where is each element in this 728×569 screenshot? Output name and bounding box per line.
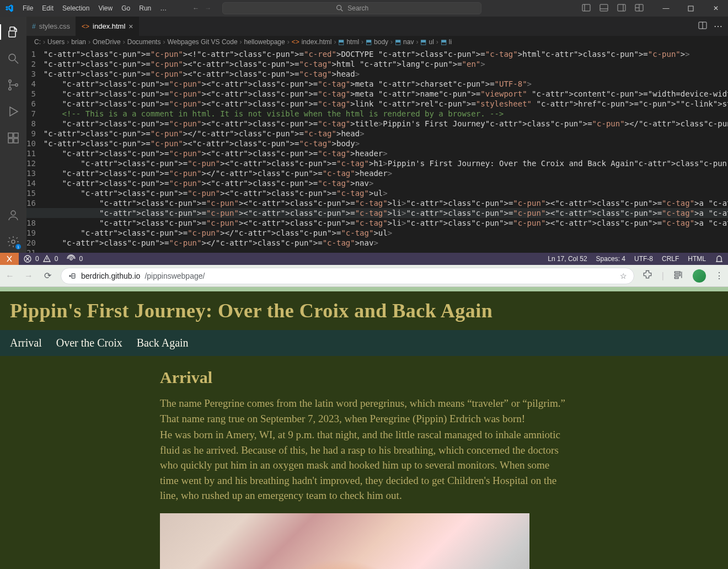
split-editor-icon[interactable] <box>698 21 707 32</box>
tab-styles-css[interactable]: # styles.css <box>26 17 76 36</box>
breadcrumb[interactable]: C:› Users› brian› OneDrive› Documents› W… <box>26 36 728 48</box>
remote-indicator-icon[interactable] <box>0 253 19 265</box>
browser-back-icon[interactable]: ← <box>4 271 15 281</box>
breadcrumb-seg[interactable]: body <box>374 38 388 46</box>
language-mode[interactable]: HTML <box>683 255 710 263</box>
encoding-status[interactable]: UTF-8 <box>630 255 657 263</box>
settings-gear-icon[interactable]: 1 <box>0 231 26 253</box>
breadcrumb-seg[interactable]: C: <box>34 38 41 46</box>
nav-link-over-the-croix[interactable]: Over the Croix <box>56 337 122 349</box>
layout-controls <box>582 3 644 14</box>
body-paragraph: He was born in Amery, WI, at 9 p.m. that… <box>160 427 568 503</box>
svg-rect-36 <box>675 277 678 279</box>
window-controls: ― ✕ <box>654 0 728 17</box>
address-bar[interactable]: berdrich.github.io/pippinswebpage/ ☆ <box>61 268 634 284</box>
breadcrumb-seg[interactable]: ul <box>429 38 433 46</box>
notifications-icon[interactable] <box>710 254 728 263</box>
indentation-status[interactable]: Spaces: 4 <box>592 255 630 263</box>
code-editor[interactable]: 123456789101112131415161718192021 "c-att… <box>26 48 728 253</box>
toggle-primary-sidebar-icon[interactable] <box>582 3 591 14</box>
breadcrumb-seg[interactable]: brian <box>71 38 86 46</box>
svg-rect-6 <box>618 4 625 11</box>
main-area: 1 # styles.css <> index.html × ⋯ C:› Use… <box>0 17 728 253</box>
editor-area: # styles.css <> index.html × ⋯ C:› Users… <box>26 17 728 253</box>
menu-view[interactable]: View <box>94 2 116 14</box>
breadcrumb-seg[interactable]: nav <box>403 38 414 46</box>
menu-edit[interactable]: Edit <box>38 2 57 14</box>
svg-rect-11 <box>688 6 693 11</box>
toggle-secondary-sidebar-icon[interactable] <box>617 3 626 14</box>
ports-status[interactable]: 0 <box>62 254 87 263</box>
browser-reload-icon[interactable]: ⟳ <box>42 270 53 281</box>
side-panel-icon[interactable] <box>673 269 684 283</box>
browser-forward-icon[interactable]: → <box>23 271 34 281</box>
minimize-button[interactable]: ― <box>654 0 678 17</box>
svg-rect-21 <box>14 133 18 137</box>
bookmark-star-icon[interactable]: ☆ <box>620 272 627 280</box>
history-nav: ← → <box>192 4 211 12</box>
svg-point-0 <box>337 6 341 10</box>
svg-point-15 <box>9 80 11 82</box>
source-control-icon[interactable] <box>0 74 26 96</box>
breadcrumb-seg[interactable]: index.html <box>302 38 332 46</box>
html-file-icon: <> <box>82 23 89 30</box>
breadcrumb-seg[interactable]: hellowebpage <box>244 38 285 46</box>
customize-layout-icon[interactable] <box>635 3 644 14</box>
update-badge: 1 <box>15 244 21 249</box>
svg-rect-35 <box>675 274 680 276</box>
eol-status[interactable]: CRLF <box>657 255 683 263</box>
breadcrumb-seg[interactable]: Users <box>47 38 65 46</box>
profile-avatar[interactable] <box>693 269 706 283</box>
breadcrumb-seg[interactable]: html <box>346 38 359 46</box>
element-icon: ⬒ <box>338 38 344 46</box>
maximize-button[interactable] <box>678 0 703 17</box>
page-title: Pippin's First Journey: Over the Croix a… <box>10 299 718 322</box>
breadcrumb-seg[interactable]: Webpages Git VS Code <box>167 38 237 46</box>
nav-forward-icon[interactable]: → <box>205 4 211 12</box>
close-button[interactable]: ✕ <box>703 0 728 17</box>
rendered-page: Pippin's First Journey: Over the Croix a… <box>0 287 728 569</box>
explorer-icon[interactable] <box>0 21 26 43</box>
svg-line-14 <box>15 60 18 63</box>
breadcrumb-seg[interactable]: OneDrive <box>93 38 121 46</box>
css-file-icon: # <box>32 23 36 30</box>
svg-rect-2 <box>582 4 590 11</box>
toggle-panel-icon[interactable] <box>599 3 608 14</box>
menu-run[interactable]: Run <box>135 2 155 14</box>
cursor-position[interactable]: Ln 17, Col 52 <box>543 255 591 263</box>
line-gutter: 123456789101112131415161718192021 <box>26 48 44 253</box>
code-content[interactable]: "c-attr">class"c-pun">="c-pun"><!"c-attr… <box>44 48 728 253</box>
site-info-icon[interactable] <box>68 272 77 280</box>
nav-back-icon[interactable]: ← <box>192 4 199 12</box>
warning-count: 0 <box>55 255 58 263</box>
breadcrumb-seg[interactable]: li <box>449 38 452 46</box>
close-icon[interactable]: × <box>129 22 133 31</box>
vscode-logo-icon <box>0 4 19 13</box>
breadcrumb-seg[interactable]: Documents <box>127 38 161 46</box>
element-icon: ⬒ <box>441 38 447 46</box>
page-nav: Arrival Over the Croix Back Again <box>0 330 728 356</box>
menu-go[interactable]: Go <box>117 2 134 14</box>
command-center-search[interactable]: Search <box>222 2 481 14</box>
extensions-puzzle-icon[interactable] <box>642 269 653 283</box>
search-icon[interactable] <box>0 47 26 70</box>
run-debug-icon[interactable] <box>0 100 26 123</box>
svg-rect-18 <box>8 133 13 137</box>
accounts-icon[interactable] <box>0 204 26 226</box>
svg-rect-20 <box>14 139 18 143</box>
menu-selection[interactable]: Selection <box>58 2 93 14</box>
menu-more[interactable]: … <box>156 2 170 14</box>
tab-label: styles.css <box>39 22 70 30</box>
extensions-icon[interactable] <box>0 127 26 149</box>
menu-file[interactable]: File <box>19 2 37 14</box>
nav-link-back-again[interactable]: Back Again <box>137 337 189 349</box>
problems-status[interactable]: 0 0 <box>19 254 62 263</box>
svg-rect-34 <box>675 272 680 273</box>
html-file-icon: <> <box>292 38 299 46</box>
nav-link-arrival[interactable]: Arrival <box>10 337 42 349</box>
menu-bar: File Edit Selection View Go Run … <box>19 2 170 14</box>
tab-index-html[interactable]: <> index.html × <box>76 17 139 36</box>
browser-menu-icon[interactable]: ⋮ <box>715 270 724 281</box>
more-actions-icon[interactable]: ⋯ <box>714 21 722 31</box>
svg-point-13 <box>9 54 15 61</box>
